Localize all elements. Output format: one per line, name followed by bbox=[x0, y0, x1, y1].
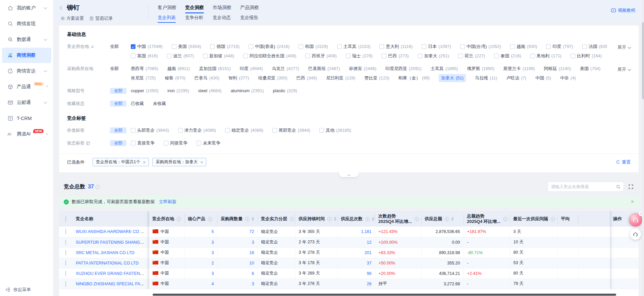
close-icon[interactable]: × bbox=[631, 199, 634, 205]
core-products-cell-value[interactable]: 3 bbox=[212, 271, 214, 276]
video-tutorial-link[interactable]: 视频教程 bbox=[611, 7, 635, 13]
filter-option[interactable]: 印度(797) bbox=[546, 43, 573, 51]
filter-option[interactable]: 赞比亚(123) bbox=[365, 74, 389, 82]
supply-times-cell-value[interactable]: 201 bbox=[365, 250, 372, 255]
customer-service-button[interactable] bbox=[630, 229, 641, 240]
sort-desc-icon[interactable] bbox=[451, 219, 454, 221]
column-header-times[interactable]: 供应总次数i bbox=[337, 211, 375, 227]
filter-option[interactable]: 俄罗斯(1690) bbox=[467, 65, 494, 73]
filter-option[interactable]: 奥地利(171) bbox=[530, 52, 561, 60]
buyer-count-cell-value[interactable]: 10 bbox=[250, 261, 254, 265]
service-avatar-button[interactable]: × bbox=[629, 213, 642, 227]
checkbox-icon[interactable] bbox=[299, 44, 303, 49]
checkbox-icon[interactable] bbox=[172, 44, 176, 49]
tab-competitor-insight[interactable]: 竞企洞察 bbox=[185, 5, 204, 13]
filter-option[interactable]: 荷兰(227) bbox=[458, 52, 485, 60]
filter-option[interactable]: 中国(香港)(2416) bbox=[249, 43, 289, 51]
filter-option[interactable]: 其他(26185) bbox=[319, 126, 351, 134]
supply-times-cell-value[interactable]: 26 bbox=[367, 282, 372, 286]
expand-link-buyer-location[interactable]: 展开 bbox=[618, 66, 631, 72]
sort-control[interactable] bbox=[334, 217, 336, 221]
sidebar-item-my-account[interactable]: 我的账户 bbox=[2, 0, 51, 16]
filter-option[interactable]: 加拿大(51) bbox=[439, 74, 466, 82]
checkbox-icon[interactable] bbox=[203, 54, 208, 58]
subtab-competitor-report[interactable]: 竞企报告 bbox=[240, 15, 258, 23]
filter-option[interactable]: iron(2295) bbox=[167, 87, 189, 95]
buyer-count-cell-value[interactable]: 6 bbox=[252, 271, 254, 276]
filter-option[interactable]: 意大利(1116) bbox=[379, 43, 413, 51]
filter-option[interactable]: plastic(329) bbox=[273, 87, 297, 95]
filter-option[interactable]: 德国(2715) bbox=[210, 43, 239, 51]
checkbox-icon[interactable] bbox=[458, 54, 463, 58]
filter-option[interactable]: 西班牙(408) bbox=[305, 52, 336, 60]
filter-option[interactable]: 印度尼西亚(2091) bbox=[385, 65, 422, 73]
competitor-name-link[interactable]: NINGBO ZHISHANG SPECIAL FAST... bbox=[76, 282, 149, 286]
search-input[interactable] bbox=[551, 184, 616, 189]
filter-option[interactable]: 日本(1097) bbox=[422, 43, 451, 51]
filter-option[interactable]: 土耳其(1895) bbox=[431, 65, 458, 73]
filter-option[interactable]: 马拉维(11) bbox=[475, 74, 497, 82]
checkbox-icon[interactable] bbox=[571, 54, 575, 58]
column-header-duration[interactable]: 供应持续时间i bbox=[295, 211, 337, 227]
checkbox-icon[interactable] bbox=[494, 54, 499, 58]
filter-option[interactable]: 中国(5) bbox=[535, 74, 551, 82]
filter-option[interactable]: 越南(6911) bbox=[167, 65, 190, 73]
search-icon[interactable] bbox=[616, 184, 621, 189]
sidebar-item-biz-discovery[interactable]: 商情发现 bbox=[2, 16, 51, 32]
collapse-filter-toggle[interactable] bbox=[339, 172, 359, 177]
filter-option[interactable]: 新加坡(448) bbox=[203, 52, 234, 60]
core-products-cell-value[interactable]: 4 bbox=[212, 282, 214, 286]
filter-option[interactable]: 越南(930) bbox=[510, 43, 537, 51]
row-checkbox[interactable] bbox=[65, 240, 66, 245]
competitor-name-link[interactable]: XUZHOU EVER GRAND FASTENERS... bbox=[76, 271, 149, 276]
sidebar-item-tendata-ai[interactable]: Ai腾道AINEW bbox=[2, 126, 51, 142]
checkbox-icon[interactable] bbox=[210, 44, 215, 49]
checkbox-icon[interactable] bbox=[243, 54, 248, 58]
filter-option[interactable]: 墨西哥(7085) bbox=[131, 65, 158, 73]
buyer-count-cell-value[interactable]: 72 bbox=[250, 229, 254, 234]
checkbox-icon[interactable] bbox=[167, 54, 171, 58]
vertical-scrollbar[interactable] bbox=[642, 0, 644, 296]
sidebar-item-t-crm[interactable]: T-CRM bbox=[2, 111, 51, 126]
filter-option[interactable]: 孟加拉国(6151) bbox=[199, 65, 231, 73]
checkbox-icon[interactable] bbox=[197, 141, 201, 145]
filter-option[interactable]: 中国(台湾)(1052) bbox=[460, 43, 501, 51]
filter-option[interactable]: 间接竞争 bbox=[164, 139, 187, 147]
checkbox-icon[interactable] bbox=[422, 44, 426, 49]
filter-option[interactable]: 头部竞企(3943) bbox=[131, 126, 169, 134]
checkbox-icon[interactable] bbox=[131, 128, 136, 133]
subtab-competition-analysis[interactable]: 竞争分析 bbox=[185, 15, 203, 23]
reset-button[interactable]: 重置 bbox=[616, 159, 631, 165]
horizontal-scrollbar-thumb[interactable] bbox=[153, 294, 616, 296]
checkbox-icon[interactable] bbox=[131, 54, 136, 58]
filter-option[interactable]: 菲律宾(2446) bbox=[349, 65, 377, 73]
tab-market-insight[interactable]: 市场洞察 bbox=[213, 5, 231, 13]
checkbox-icon[interactable] bbox=[249, 44, 253, 49]
filter-all-status-tag[interactable]: 全部 bbox=[110, 139, 131, 147]
filter-option[interactable]: 美国(754) bbox=[580, 65, 600, 73]
tab-product-insight[interactable]: 产品洞察 bbox=[240, 5, 259, 13]
filter-option[interactable]: 刚果（金）(99) bbox=[398, 74, 430, 82]
checkbox-icon[interactable] bbox=[319, 128, 324, 133]
row-checkbox[interactable] bbox=[65, 271, 66, 276]
remove-chip-icon[interactable]: × bbox=[143, 160, 146, 165]
row-checkbox[interactable] bbox=[65, 281, 66, 287]
competitor-name-link[interactable]: WUXI ANSHIDA HARDWARE CO LTD bbox=[76, 229, 148, 234]
buyer-count-cell-value[interactable]: 16 bbox=[250, 250, 254, 255]
supply-times-cell-value[interactable]: 1,181 bbox=[361, 229, 371, 234]
checkbox-icon[interactable] bbox=[582, 44, 587, 49]
core-products-cell-value[interactable]: 2 bbox=[212, 261, 214, 265]
filter-option[interactable]: steel(4684) bbox=[198, 87, 222, 95]
filter-option[interactable]: 加拿大(251) bbox=[418, 52, 449, 60]
filter-option[interactable]: 阿拉伯联合酋长国(408) bbox=[243, 52, 296, 60]
filter-option[interactable]: 坦桑尼亚(350) bbox=[258, 74, 287, 82]
filter-option[interactable]: 直接竞争 bbox=[131, 139, 155, 147]
select-all-checkbox[interactable] bbox=[65, 216, 66, 222]
filter-all-value-tag[interactable]: 全部 bbox=[110, 126, 131, 134]
filter-option[interactable]: aluminum(2391) bbox=[231, 87, 264, 95]
filter-option[interactable]: 印度(4594) bbox=[240, 65, 263, 73]
checkbox-icon[interactable] bbox=[272, 128, 277, 133]
tab-customer-insight[interactable]: 客户洞察 bbox=[158, 5, 176, 13]
filter-option[interactable]: 秘鲁(670) bbox=[165, 74, 185, 82]
checkbox-icon[interactable] bbox=[418, 54, 423, 58]
